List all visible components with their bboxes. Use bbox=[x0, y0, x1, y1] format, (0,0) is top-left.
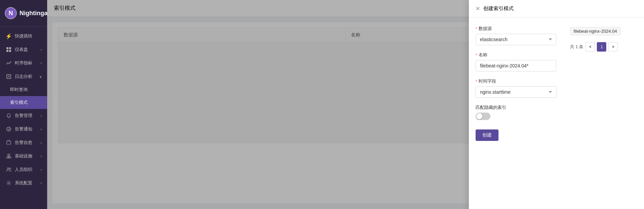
svg-rect-2 bbox=[6, 47, 8, 49]
match-hidden-toggle[interactable] bbox=[476, 113, 490, 120]
sidebar-item-label: 系统配置 bbox=[15, 180, 41, 186]
chevron-right-icon: › bbox=[41, 127, 42, 131]
quick-jump-icon: ⚡ bbox=[5, 33, 12, 39]
svg-rect-6 bbox=[7, 74, 11, 79]
modal-body: * 数据源 elasticsearch * 名称 * 时间字段 bbox=[469, 18, 644, 209]
alarm-mgmt-icon bbox=[5, 112, 12, 119]
pagination-next-button[interactable]: > bbox=[608, 42, 618, 52]
app-logo: N Nightingale bbox=[0, 0, 47, 27]
modal-header: ✕ 创建索引模式 bbox=[469, 0, 644, 18]
svg-point-17 bbox=[9, 168, 11, 169]
form-group-datasource: * 数据源 elasticsearch bbox=[476, 26, 556, 45]
sidebar-item-label: 日志分析 bbox=[15, 73, 39, 80]
log-analysis-icon bbox=[5, 73, 12, 80]
sidebar-item-sys-config[interactable]: 系统配置 › bbox=[0, 176, 47, 190]
sidebar-item-timeseries[interactable]: 时序指标 › bbox=[0, 56, 47, 70]
sidebar-item-label: 即时查询 bbox=[10, 87, 42, 93]
alarm-notify-icon bbox=[5, 126, 12, 132]
modal-form: * 数据源 elasticsearch * 名称 * 时间字段 bbox=[476, 26, 556, 201]
sidebar-item-personnel[interactable]: 人员组织 › bbox=[0, 163, 47, 176]
svg-text:N: N bbox=[9, 10, 13, 17]
pagination-prev-button[interactable]: < bbox=[585, 42, 595, 52]
personnel-icon bbox=[5, 166, 12, 173]
sidebar-item-index-mode[interactable]: 索引模式 bbox=[0, 96, 47, 109]
sidebar-item-alarm-self[interactable]: 告警自愈 › bbox=[0, 136, 47, 149]
name-label: * 名称 bbox=[476, 52, 556, 58]
modal-close-button[interactable]: ✕ bbox=[476, 5, 480, 12]
sidebar-item-infra[interactable]: 基础设施 › bbox=[0, 149, 47, 163]
svg-rect-13 bbox=[8, 154, 10, 155]
sys-config-icon bbox=[5, 180, 12, 186]
sidebar-item-quick-jump[interactable]: ⚡ 快捷跳转 bbox=[0, 29, 47, 43]
match-hidden-label: 匹配隐藏的索引 bbox=[476, 104, 556, 111]
sidebar-item-alarm-notify[interactable]: 告警通知 › bbox=[0, 122, 47, 136]
chevron-right-icon: › bbox=[41, 114, 42, 118]
chevron-right-icon: › bbox=[41, 168, 42, 172]
pagination-total: 共 1 条 bbox=[570, 44, 583, 50]
svg-point-18 bbox=[8, 182, 10, 184]
sidebar: N Nightingale ⚡ 快捷跳转 仪表盘 › 时序指标 › 日 bbox=[0, 0, 47, 209]
sidebar-item-alarm-mgmt[interactable]: 告警管理 › bbox=[0, 109, 47, 122]
sidebar-item-dashboard[interactable]: 仪表盘 › bbox=[0, 43, 47, 56]
sidebar-item-label: 告警通知 bbox=[15, 126, 41, 132]
svg-rect-12 bbox=[9, 157, 11, 158]
alarm-self-icon bbox=[5, 139, 12, 146]
modal-title: 创建索引模式 bbox=[483, 5, 514, 12]
time-field-select[interactable]: nginx.starttime bbox=[476, 86, 556, 98]
svg-rect-10 bbox=[7, 141, 11, 144]
chevron-right-icon: › bbox=[41, 48, 42, 52]
sidebar-item-label: 告警管理 bbox=[15, 113, 41, 119]
index-tag: filebeat-nginx-2024.04 bbox=[570, 27, 621, 35]
sidebar-item-label: 基础设施 bbox=[15, 153, 41, 159]
modal-panel: ✕ 创建索引模式 * 数据源 elasticsearch * 名称 bbox=[469, 0, 644, 209]
chevron-right-icon: › bbox=[41, 141, 42, 145]
sidebar-item-label: 告警自愈 bbox=[15, 140, 41, 146]
svg-rect-5 bbox=[9, 50, 11, 52]
modal-right-panel: filebeat-nginx-2024.04 共 1 条 < 1 > bbox=[570, 26, 637, 201]
time-field-label: * 时间字段 bbox=[476, 78, 556, 84]
svg-point-16 bbox=[7, 168, 9, 170]
sidebar-item-label: 仪表盘 bbox=[15, 47, 41, 53]
toggle-wrapper bbox=[476, 113, 556, 120]
svg-rect-11 bbox=[7, 157, 8, 158]
sidebar-item-log-analysis[interactable]: 日志分析 ∨ bbox=[0, 70, 47, 83]
dashboard-icon bbox=[5, 46, 12, 53]
chevron-right-icon: › bbox=[41, 181, 42, 185]
infra-icon bbox=[5, 153, 12, 159]
datasource-label: * 数据源 bbox=[476, 26, 556, 32]
sidebar-item-label: 快捷跳转 bbox=[15, 33, 42, 39]
form-group-match-hidden: 匹配隐藏的索引 bbox=[476, 104, 556, 120]
chevron-right-icon: › bbox=[41, 154, 42, 158]
sidebar-nav: ⚡ 快捷跳转 仪表盘 › 时序指标 › 日志分析 ∨ 即时查询 bbox=[0, 27, 47, 209]
chevron-right-icon: › bbox=[41, 61, 42, 65]
toggle-knob bbox=[476, 113, 482, 119]
pagination-page-button[interactable]: 1 bbox=[597, 42, 606, 52]
svg-point-9 bbox=[7, 127, 11, 131]
create-button[interactable]: 创建 bbox=[476, 129, 498, 141]
form-group-time-field: * 时间字段 nginx.starttime bbox=[476, 78, 556, 98]
timeseries-icon bbox=[5, 60, 12, 66]
datasource-select[interactable]: elasticsearch bbox=[476, 34, 556, 45]
sidebar-item-instant-query[interactable]: 即时查询 bbox=[0, 83, 47, 96]
svg-rect-4 bbox=[6, 50, 8, 52]
chevron-down-icon: ∨ bbox=[39, 75, 42, 79]
logo-icon: N bbox=[5, 7, 17, 19]
name-input[interactable] bbox=[476, 60, 556, 71]
sidebar-item-label: 人员组织 bbox=[15, 167, 41, 173]
svg-rect-3 bbox=[9, 47, 11, 49]
sidebar-item-label: 索引模式 bbox=[10, 99, 42, 106]
sidebar-item-label: 时序指标 bbox=[15, 60, 41, 66]
form-group-name: * 名称 bbox=[476, 52, 556, 71]
